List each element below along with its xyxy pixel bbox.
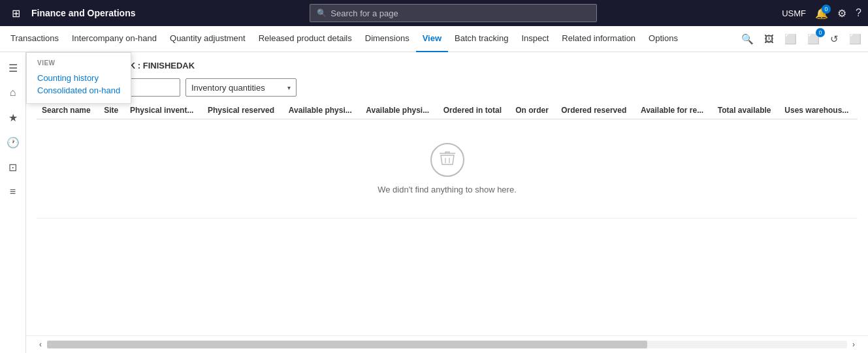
col-total-available: Total available	[713, 102, 780, 119]
inventory-table: Search name Site Physical invent... Phys…	[37, 102, 858, 219]
menu-fullscreen-icon[interactable]: ⬜	[782, 31, 799, 48]
search-icon: 🔍	[317, 8, 327, 18]
sidebar-home-icon[interactable]: ⌂	[3, 82, 24, 103]
col-search-name: Search name	[37, 102, 99, 119]
menu-bar-right: 🔍 🖼 ⬜ ⬜ 0 ↺ ⬜	[739, 31, 864, 48]
menu-search-icon[interactable]: 🔍	[739, 31, 756, 48]
filter-row: 🔍 Inventory quantities ▾	[26, 76, 868, 102]
scroll-right-arrow[interactable]: ›	[850, 339, 858, 350]
col-available-for-re: Available for re...	[635, 102, 713, 119]
empty-state-icon	[430, 143, 464, 177]
scroll-track[interactable]	[47, 341, 847, 348]
content-area: ▽ On-hand | ITEM-AK : FINISHEDAK 🔍 Inven…	[26, 52, 868, 353]
col-physical-reserved: Physical reserved	[202, 102, 283, 119]
menu-item-view[interactable]: View	[416, 26, 448, 52]
notification-badge: 0	[822, 5, 831, 14]
menu-personalize-icon[interactable]: 🖼	[762, 31, 777, 47]
view-dropdown-panel: VIEW Counting history Consolidated on-ha…	[26, 52, 131, 104]
menu-item-options[interactable]: Options	[642, 26, 684, 52]
col-ordered-in-total: Ordered in total	[438, 102, 511, 119]
left-sidebar: ☰ ⌂ ★ 🕐 ⊡ ≡	[0, 52, 26, 353]
col-available-physi-1: Available physi...	[283, 102, 361, 119]
notification-icon[interactable]: 🔔 0	[815, 7, 828, 20]
menu-item-batch-tracking[interactable]: Batch tracking	[448, 26, 515, 52]
waffle-icon[interactable]: ⊞	[7, 4, 25, 22]
search-input[interactable]	[330, 8, 590, 18]
menu-items: Transactions Intercompany on-hand Quanti…	[4, 26, 684, 52]
sidebar-favorites-icon[interactable]: ★	[3, 107, 24, 128]
top-bar-right: USMF 🔔 0 ⚙ ?	[771, 7, 861, 20]
col-available-physi-2: Available physi...	[361, 102, 438, 119]
menu-item-dimensions[interactable]: Dimensions	[359, 26, 416, 52]
main-layout: ☰ ⌂ ★ 🕐 ⊡ ≡ VIEW Counting history Consol…	[0, 52, 868, 353]
user-label: USMF	[782, 8, 806, 18]
filter-dropdown-arrow: ▾	[287, 84, 291, 91]
help-icon[interactable]: ?	[856, 7, 861, 19]
empty-state-row: We didn't find anything to show here.	[37, 119, 858, 219]
scrollbar-row: ‹ ›	[26, 335, 868, 353]
menu-badge-count: 0	[816, 28, 825, 37]
table-wrap: Search name Site Physical invent... Phys…	[26, 102, 868, 335]
sidebar-list-icon[interactable]: ≡	[3, 181, 24, 202]
col-on-order: On order	[510, 102, 556, 119]
filter-dropdown-value: Inventory quantities	[191, 83, 265, 93]
scroll-left-arrow[interactable]: ‹	[37, 339, 44, 350]
global-search[interactable]: 🔍	[310, 4, 597, 22]
col-physical-invent: Physical invent...	[125, 102, 202, 119]
menu-bar: Transactions Intercompany on-hand Quanti…	[0, 26, 868, 52]
dropdown-panel-title: VIEW	[37, 59, 120, 67]
menu-close-icon[interactable]: ⬜	[846, 31, 864, 48]
sidebar-recent-icon[interactable]: 🕐	[3, 132, 24, 153]
dropdown-counting-history[interactable]: Counting history	[37, 72, 120, 84]
sidebar-hamburger-icon[interactable]: ☰	[3, 57, 24, 78]
settings-icon[interactable]: ⚙	[837, 7, 846, 20]
top-bar: ⊞ Finance and Operations 🔍 USMF 🔔 0 ⚙ ?	[0, 0, 868, 26]
col-site: Site	[99, 102, 125, 119]
menu-item-related-information[interactable]: Related information	[555, 26, 642, 52]
col-uses-warehouse: Uses warehous...	[779, 102, 858, 119]
menu-item-released-product[interactable]: Released product details	[252, 26, 359, 52]
col-ordered-reserved: Ordered reserved	[556, 102, 635, 119]
menu-item-quantity-adjustment[interactable]: Quantity adjustment	[163, 26, 252, 52]
scroll-thumb	[47, 341, 647, 348]
dropdown-consolidated-on-hand[interactable]: Consolidated on-hand	[37, 84, 120, 97]
filter-dropdown[interactable]: Inventory quantities ▾	[185, 78, 297, 97]
empty-state-text: We didn't find anything to show here.	[378, 185, 517, 194]
sidebar-workspace-icon[interactable]: ⊡	[3, 157, 24, 177]
menu-item-transactions[interactable]: Transactions	[4, 26, 65, 52]
page-header: ▽ On-hand | ITEM-AK : FINISHEDAK	[26, 52, 868, 76]
menu-item-intercompany[interactable]: Intercompany on-hand	[65, 26, 163, 52]
menu-badge-icon[interactable]: ⬜ 0	[805, 31, 822, 48]
menu-refresh-icon[interactable]: ↺	[828, 31, 841, 48]
menu-item-inspect[interactable]: Inspect	[515, 26, 555, 52]
app-title: Finance and Operations	[31, 8, 135, 18]
empty-state: We didn't find anything to show here.	[42, 123, 852, 214]
